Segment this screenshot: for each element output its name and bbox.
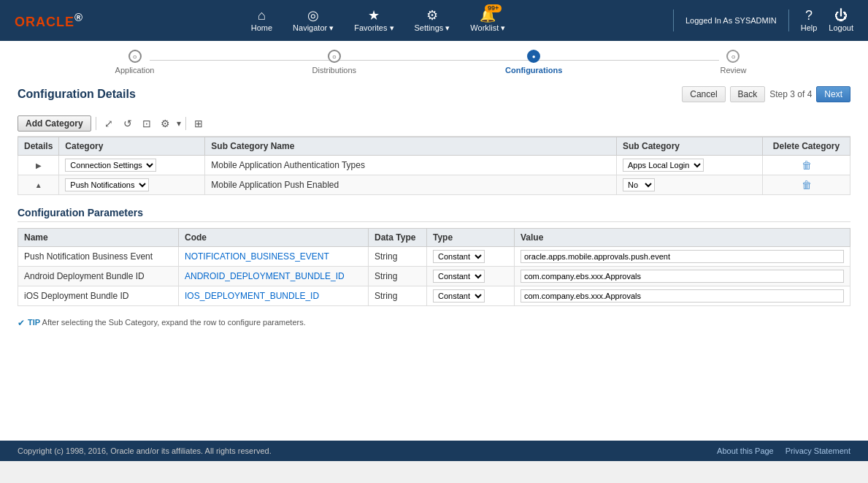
delete-cell-row2: 🗑 <box>763 175 850 195</box>
settings-icon[interactable]: ⚙ <box>158 115 174 132</box>
param-value-input-3[interactable] <box>521 289 844 303</box>
nav-navigator[interactable]: ◎ Navigator ▾ <box>293 9 334 33</box>
sub-category-name-cell-row1: Mobile Application Authentication Types <box>205 156 617 175</box>
col-category: Category <box>59 137 205 156</box>
category-select-row1[interactable]: Connection Settings <box>65 159 156 172</box>
step-review[interactable]: ○ Review <box>704 50 762 75</box>
worklist-icon: 🔔 99+ <box>480 9 496 22</box>
export-icon[interactable]: ⊡ <box>139 115 155 132</box>
param-type-select-3[interactable]: Constant <box>433 289 485 303</box>
table-row: ▶ Connection Settings Mobile Application… <box>18 156 850 175</box>
param-col-name: Name <box>18 229 179 247</box>
favorites-icon: ★ <box>368 9 380 22</box>
category-cell-row1: Connection Settings <box>59 156 205 175</box>
sub-category-select-row1[interactable]: Apps Local Login <box>623 159 704 172</box>
nav-favorites-label: Favorites ▾ <box>354 23 393 33</box>
nav-help[interactable]: ? Help <box>801 9 818 32</box>
step-configurations-circle: ● <box>527 50 540 63</box>
delete-row1-button[interactable]: 🗑 <box>802 159 812 171</box>
settings-icon: ⚙ <box>426 9 438 22</box>
col-sub-category: Sub Category <box>617 137 763 156</box>
step-configurations-dot: ● <box>532 53 536 60</box>
step-configurations[interactable]: ● Configurations <box>504 50 563 75</box>
tip-label: TIP <box>28 318 40 327</box>
grid-icon[interactable]: ⊞ <box>191 115 207 132</box>
home-icon: ⌂ <box>258 9 266 22</box>
stepper-line <box>150 60 719 61</box>
logged-in-label: Logged In As SYSADMIN <box>685 16 777 25</box>
nav-logout-label: Logout <box>829 23 853 32</box>
nav-home[interactable]: ⌂ Home <box>251 9 272 32</box>
expand-arrow-row1[interactable]: ▶ <box>36 161 42 170</box>
param-value-input-1[interactable] <box>521 250 844 263</box>
param-type-cell-2: Constant <box>427 267 515 286</box>
param-code-1: NOTIFICATION_BUSINESS_EVENT <box>179 247 369 267</box>
next-button[interactable]: Next <box>816 86 850 102</box>
category-select-row2[interactable]: Push Notifications <box>65 178 149 191</box>
param-datatype-1: String <box>369 247 427 267</box>
param-col-datatype: Data Type <box>369 229 427 247</box>
delete-cell-row1: 🗑 <box>763 156 850 175</box>
col-delete: Delete Category <box>763 137 850 156</box>
expand-cell-row2[interactable]: ▲ <box>18 175 59 195</box>
back-button[interactable]: Back <box>730 86 766 102</box>
nav-settings-label: Settings ▾ <box>415 23 450 33</box>
delete-row2-button[interactable]: 🗑 <box>802 179 812 191</box>
logout-icon: ⏻ <box>834 9 848 22</box>
step-distributions-label: Distributions <box>312 66 357 75</box>
help-icon: ? <box>805 9 813 22</box>
about-page-link[interactable]: About this Page <box>717 446 774 455</box>
nav-favorites[interactable]: ★ Favorites ▾ <box>354 9 393 33</box>
nav-worklist[interactable]: 🔔 99+ Worklist ▾ <box>470 9 505 33</box>
sub-category-value-cell-row2: No Yes <box>617 175 763 195</box>
page-header: Configuration Details Cancel Back Step 3… <box>18 86 850 102</box>
nav-worklist-label: Worklist ▾ <box>470 23 505 33</box>
step-application[interactable]: ○ Application <box>106 50 164 75</box>
oracle-logo: ORACLE® <box>15 11 83 30</box>
step-configurations-label: Configurations <box>505 66 562 75</box>
footer-links: About this Page Privacy Statement <box>717 446 850 455</box>
param-type-select-1[interactable]: Constant <box>433 250 485 263</box>
step-distributions[interactable]: ○ Distributions <box>305 50 364 75</box>
nav-logout[interactable]: ⏻ Logout <box>829 9 853 32</box>
param-value-cell-3 <box>515 286 850 306</box>
refresh-icon[interactable]: ↺ <box>120 115 136 132</box>
param-code-3: IOS_DEPLOYMENT_BUNDLE_ID <box>179 286 369 306</box>
step-review-label: Review <box>720 66 746 75</box>
nav-help-label: Help <box>801 23 818 32</box>
param-type-select-2[interactable]: Constant <box>433 270 485 283</box>
privacy-statement-link[interactable]: Privacy Statement <box>786 446 850 455</box>
expand-cell[interactable]: ▶ <box>18 156 59 175</box>
param-code-2: ANDROID_DEPLOYMENT_BUNDLE_ID <box>179 267 369 286</box>
toolbar-separator2 <box>185 117 186 130</box>
cancel-button[interactable]: Cancel <box>682 86 725 102</box>
nav-home-label: Home <box>251 23 272 32</box>
config-params-table: Name Code Data Type Type Value Push Noti… <box>18 228 850 306</box>
header-nav: ⌂ Home ◎ Navigator ▾ ★ Favorites ▾ ⚙ Set… <box>83 9 673 33</box>
footer: Copyright (c) 1998, 2016, Oracle and/or … <box>0 441 868 461</box>
param-value-input-2[interactable] <box>521 270 844 283</box>
add-category-button[interactable]: Add Category <box>18 115 91 132</box>
param-col-value: Value <box>515 229 850 247</box>
logo-text: ORACLE <box>15 15 74 29</box>
page-actions: Cancel Back Step 3 of 4 Next <box>682 86 850 102</box>
param-datatype-2: String <box>369 267 427 286</box>
tip-icon: ✔ <box>18 318 25 328</box>
nav-settings[interactable]: ⚙ Settings ▾ <box>415 9 450 33</box>
navigator-icon: ◎ <box>307 9 319 22</box>
tip-area: ✔ TIP After selecting the Sub Category, … <box>18 318 850 328</box>
expand-all-icon[interactable]: ⤢ <box>101 115 117 132</box>
sub-category-select-row2[interactable]: No Yes <box>623 178 655 191</box>
expand-arrow-row2[interactable]: ▲ <box>35 181 42 189</box>
header-divider <box>673 9 674 31</box>
param-row: Android Deployment Bundle ID ANDROID_DEP… <box>18 267 850 286</box>
header: ORACLE® ⌂ Home ◎ Navigator ▾ ★ Favorites… <box>0 0 868 41</box>
toolbar: Add Category ⤢ ↺ ⊡ ⚙ ▾ ⊞ <box>18 111 850 137</box>
param-value-cell-1 <box>515 247 850 267</box>
settings-dropdown-arrow[interactable]: ▾ <box>177 118 181 129</box>
category-cell-row2: Push Notifications <box>59 175 205 195</box>
page-title: Configuration Details <box>18 88 136 101</box>
step-distributions-dot: ○ <box>332 53 337 61</box>
step-application-label: Application <box>115 66 155 75</box>
col-details: Details <box>18 137 59 156</box>
